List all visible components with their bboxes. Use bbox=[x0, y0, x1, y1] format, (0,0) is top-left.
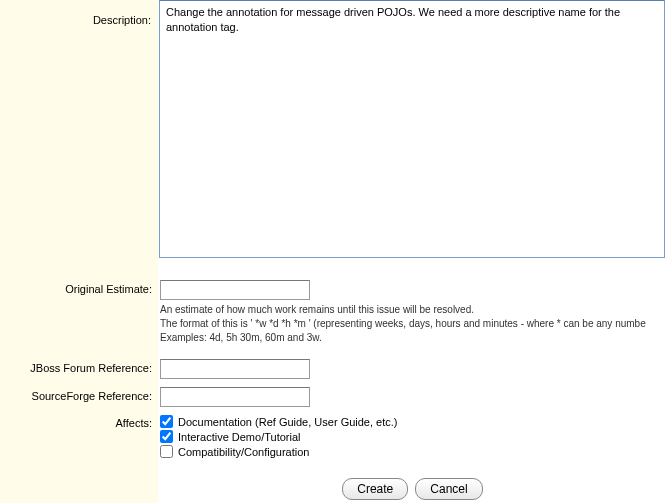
estimate-hint-line2: The format of this is ' *w *d *h *m ' (r… bbox=[160, 317, 665, 331]
jboss-forum-label: JBoss Forum Reference: bbox=[0, 359, 158, 374]
original-estimate-label: Original Estimate: bbox=[0, 280, 158, 295]
create-button[interactable]: Create bbox=[342, 478, 408, 500]
affects-compatibility-label[interactable]: Compatibility/Configuration bbox=[178, 446, 309, 458]
affects-compatibility-checkbox[interactable] bbox=[160, 445, 173, 458]
affects-label: Affects: bbox=[0, 415, 158, 429]
affects-demo-label[interactable]: Interactive Demo/Tutorial bbox=[178, 431, 300, 443]
description-label: Description: bbox=[0, 0, 157, 26]
estimate-hint: An estimate of how much work remains unt… bbox=[160, 303, 665, 345]
cancel-button[interactable]: Cancel bbox=[415, 478, 482, 500]
sourceforge-input[interactable] bbox=[160, 387, 310, 407]
affects-documentation-label[interactable]: Documentation (Ref Guide, User Guide, et… bbox=[178, 416, 397, 428]
sourceforge-label: SourceForge Reference: bbox=[0, 387, 158, 402]
jboss-forum-input[interactable] bbox=[160, 359, 310, 379]
affects-documentation-checkbox[interactable] bbox=[160, 415, 173, 428]
estimate-hint-line1: An estimate of how much work remains unt… bbox=[160, 303, 665, 317]
estimate-hint-line3: Examples: 4d, 5h 30m, 60m and 3w. bbox=[160, 331, 665, 345]
original-estimate-input[interactable] bbox=[160, 280, 310, 300]
description-textarea[interactable]: Change the annotation for message driven… bbox=[159, 0, 665, 258]
affects-demo-checkbox[interactable] bbox=[160, 430, 173, 443]
